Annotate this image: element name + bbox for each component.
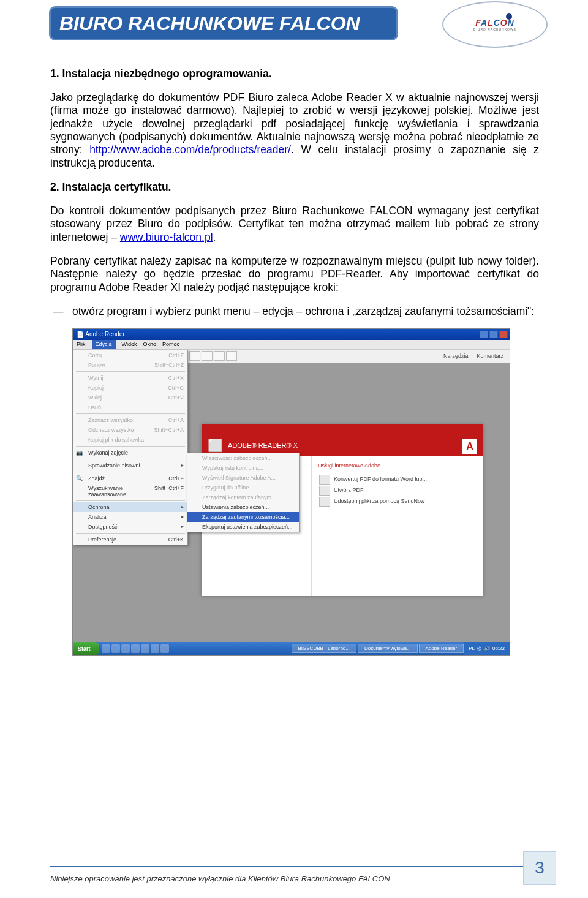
- service-convert[interactable]: Konwertuj PDF do formatu Word lub...: [318, 474, 477, 485]
- services-header: Usługi internetowe Adobe: [318, 462, 477, 469]
- quick-launch-icon[interactable]: [111, 644, 120, 653]
- menu-widok[interactable]: Widok: [122, 341, 137, 347]
- service-share[interactable]: Udostępnij pliki za pomocą SendNow: [318, 496, 477, 507]
- submenu-eksportuj[interactable]: Eksportuj ustawienia zabezpieczeń...: [187, 522, 299, 532]
- menu-item-ochrona[interactable]: Ochrona: [74, 502, 187, 512]
- toolbar-button[interactable]: [214, 351, 225, 361]
- camera-icon: 📷: [76, 450, 83, 457]
- window-titlebar: 📄 Adobe Reader: [73, 329, 510, 340]
- heading-1: 1. Instalacja niezbędnego oprogramowania…: [50, 67, 539, 80]
- menu-item-pisownia[interactable]: Sprawdzanie pisowni: [74, 461, 187, 470]
- toolbar-button[interactable]: [226, 351, 237, 361]
- page-number: 3: [523, 851, 556, 885]
- adobe-link[interactable]: http://www.adobe.com/de/products/reader/: [89, 143, 291, 156]
- menu-item-wklej[interactable]: WklejCtrl+V: [74, 393, 187, 402]
- menu-item-kopiuj[interactable]: KopiujCtrl+C: [74, 383, 187, 393]
- tray-clock[interactable]: 06:23: [492, 646, 505, 651]
- toolbar-button[interactable]: [189, 351, 200, 361]
- submenu-zarzadzaj-tozsam[interactable]: Zarządzaj zaufanymi tożsamościa...: [187, 512, 299, 522]
- menu-item-preferencje[interactable]: Preferencje...Ctrl+K: [74, 535, 187, 545]
- search-icon: 🔍: [76, 475, 83, 483]
- paragraph-1: Jako przeglądarkę do dokumentów PDF Biur…: [50, 91, 539, 170]
- system-tray: PL ◎ 🔊 06:23: [464, 642, 510, 655]
- falcon-site-link[interactable]: www.biuro-falcon.pl: [120, 231, 213, 243]
- document-body: 1. Instalacja niezbędnego oprogramowania…: [50, 67, 539, 656]
- menu-item-wytnij[interactable]: WytnijCtrl+X: [74, 373, 187, 383]
- minimize-button[interactable]: [480, 331, 488, 338]
- close-button[interactable]: [499, 331, 508, 338]
- maximize-button[interactable]: [489, 331, 498, 338]
- submenu-wyswietl[interactable]: Wyświetl Signature Adobe A...: [187, 473, 299, 483]
- menu-item-cofnij[interactable]: CofnijCtrl+Z: [74, 350, 187, 360]
- window-title: 📄 Adobe Reader: [77, 331, 125, 338]
- quick-launch: [102, 644, 169, 653]
- submenu-wlasciwosci[interactable]: Właściwości zabezpieczeń...: [187, 453, 299, 463]
- edit-menu-dropdown: CofnijCtrl+Z PonówShift+Ctrl+Z WytnijCtr…: [73, 350, 188, 545]
- step-1: otwórz program i wybierz punkt menu – ed…: [72, 305, 539, 319]
- submenu-ustawienia[interactable]: Ustawienia zabezpieczeń...: [187, 502, 299, 512]
- menubar: Plik Edycja Widok Okno Pomoc: [73, 340, 510, 350]
- falcon-logo: FALCON BIURO RACHUNKOWE: [442, 1, 548, 48]
- document-header: BIURO RACHUNKOWE FALCON: [49, 6, 398, 40]
- menu-item-znajdz[interactable]: 🔍ZnajdźCtrl+F: [74, 474, 187, 483]
- service-create[interactable]: Utwórz PDF: [318, 485, 477, 496]
- services-panel: Usługi internetowe Adobe Konwertuj PDF d…: [312, 456, 483, 596]
- adobe-pdf-icon: ⬜: [208, 438, 223, 453]
- welcome-header: ⬜ ADOBE® READER® X A: [202, 424, 483, 456]
- footer-divider: [50, 866, 540, 867]
- heading-2: 2. Instalacja certyfikatu.: [50, 181, 539, 194]
- start-button[interactable]: Start: [73, 642, 99, 655]
- tray-icon[interactable]: PL: [469, 646, 475, 651]
- quick-launch-icon[interactable]: [160, 644, 169, 653]
- taskbar-task[interactable]: Adobe Reader: [419, 644, 464, 653]
- adobe-logo-icon: A: [462, 439, 477, 454]
- toolbar-komentarz[interactable]: Komentarz: [477, 353, 503, 359]
- taskbar-tasks: BIGSCUBB - Laborpo... Dokumenty wylowa..…: [292, 644, 464, 653]
- submenu-przygotuj[interactable]: Przygotuj do offline: [187, 483, 299, 492]
- menu-item-ponow[interactable]: PonówShift+Ctrl+Z: [74, 360, 187, 370]
- menu-okno[interactable]: Okno: [143, 341, 157, 347]
- taskbar-task[interactable]: Dokumenty wylowa...: [358, 644, 418, 653]
- menu-item-zaawansowane[interactable]: Wyszukiwanie zaawansowaneShift+Ctrl+F: [74, 483, 187, 499]
- submenu-wypakuj[interactable]: Wypakuj listę kontrolną...: [187, 463, 299, 473]
- menu-edycja[interactable]: Edycja: [92, 340, 116, 349]
- quick-launch-icon[interactable]: [121, 644, 130, 653]
- window-controls: [480, 331, 510, 338]
- ochrona-submenu: Właściwości zabezpieczeń... Wypakuj list…: [187, 453, 300, 532]
- menu-item-odznacz[interactable]: Odznacz wszystkoShift+Ctrl+A: [74, 425, 187, 435]
- menu-item-migawka[interactable]: 📷Wykonaj zdjęcie: [74, 448, 187, 458]
- quick-launch-icon[interactable]: [141, 644, 149, 653]
- menu-item-usun[interactable]: Usuń: [74, 402, 187, 412]
- menu-item-dostepnosc[interactable]: Dostępność: [74, 522, 187, 532]
- adobe-reader-screenshot: 📄 Adobe Reader Plik Edycja Widok Okno Po…: [72, 328, 510, 656]
- tray-icon[interactable]: 🔊: [484, 646, 490, 651]
- paragraph-2: Do kontroli dokumentów podpisanych przez…: [50, 205, 539, 244]
- quick-launch-icon[interactable]: [102, 644, 110, 653]
- taskbar-task[interactable]: BIGSCUBB - Laborpo...: [292, 644, 356, 653]
- menu-item-analiza[interactable]: Analiza: [74, 512, 187, 522]
- quick-launch-icon[interactable]: [131, 644, 140, 653]
- toolbar-narzedzia[interactable]: Narzędzia: [443, 353, 469, 359]
- footer-disclaimer: Niniejsze opracowanie jest przeznaczone …: [50, 874, 390, 883]
- logo-eye-icon: [506, 13, 512, 20]
- menu-pomoc[interactable]: Pomoc: [162, 341, 179, 347]
- header-title: BIURO RACHUNKOWE FALCON: [59, 12, 360, 35]
- toolbar-button[interactable]: [202, 351, 213, 361]
- tray-icon[interactable]: ◎: [477, 646, 481, 651]
- menu-plik[interactable]: Plik: [77, 341, 86, 347]
- quick-launch-icon[interactable]: [151, 644, 159, 653]
- windows-taskbar: Start BIGSCUBB - Laborpo... Dokumenty wy…: [73, 642, 510, 655]
- submenu-zarzadzaj-kontami[interactable]: Zarządzaj kontem zaufanym: [187, 492, 299, 502]
- menu-item-zaznacz[interactable]: Zaznacz wszystkoCtrl+A: [74, 415, 187, 425]
- logo-subtitle: BIURO RACHUNKOWE: [473, 28, 516, 31]
- menu-item-kopiuj-plik[interactable]: Kopiuj plik do schowka: [74, 435, 187, 445]
- paragraph-3: Pobrany certyfikat należy zapisać na kom…: [50, 255, 539, 294]
